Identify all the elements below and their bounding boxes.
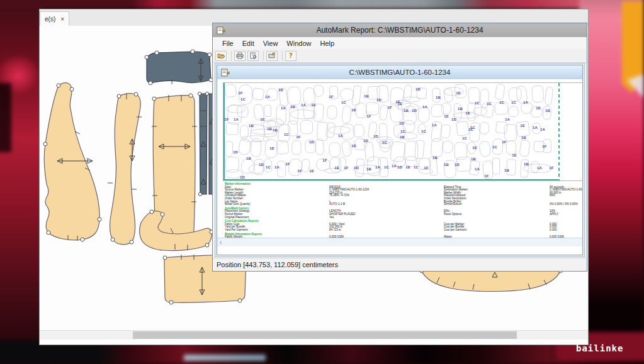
nest-piece-label: 1A bbox=[432, 123, 437, 127]
pattern-piece-dark-top[interactable] bbox=[145, 50, 213, 85]
nest-piece-label: 1F bbox=[238, 91, 242, 95]
nest-piece-label: 1A bbox=[523, 101, 528, 104]
pattern-piece-ellipse[interactable] bbox=[420, 269, 562, 292]
background-shadow bbox=[0, 83, 11, 152]
screenshot-stage: e(s) × bbox=[0, 0, 644, 364]
child-horizontal-scrollbar[interactable]: ‹ bbox=[217, 238, 582, 246]
menu-view[interactable]: View bbox=[259, 38, 283, 48]
report-field-value: 84.723 in bbox=[329, 229, 341, 232]
nest-piece-label: 1E bbox=[456, 91, 461, 95]
report-menu-bar: FileEditViewWindowHelp bbox=[213, 37, 587, 50]
nest-piece-label: 1F bbox=[484, 174, 489, 178]
nest-piece-label: 1F bbox=[344, 166, 348, 170]
tab-label: e(s) bbox=[45, 16, 55, 23]
nest-piece-label: 1B bbox=[471, 157, 476, 161]
nest-piece-label: 1B bbox=[404, 109, 409, 113]
nest-piece-label: 1E bbox=[309, 169, 314, 173]
report-field-label: Model Size Quantity: bbox=[225, 203, 251, 206]
pattern-piece-middle[interactable] bbox=[108, 92, 142, 245]
nest-piece-label: 1D bbox=[415, 87, 421, 91]
nest-piece-label: 1A bbox=[338, 134, 343, 138]
nest-piece-label: 1E bbox=[351, 108, 356, 112]
nest-piece-label: 1C bbox=[240, 97, 246, 101]
marker-nest-view[interactable]: 1F1D1A1C1F1C1B1D1A1B1A1E1F1E1E1F1A1E1F1B… bbox=[223, 82, 582, 181]
nest-piece-label: 1B bbox=[267, 127, 272, 131]
pattern-piece-left[interactable] bbox=[43, 83, 101, 241]
child-window-icon bbox=[221, 69, 230, 77]
document-tab[interactable]: e(s) × bbox=[40, 11, 69, 26]
print-preview-icon[interactable] bbox=[247, 51, 259, 61]
toolbar-separator bbox=[229, 51, 232, 61]
tab-close-icon[interactable]: × bbox=[60, 16, 64, 23]
pattern-piece-strip-1[interactable] bbox=[198, 92, 208, 196]
nest-piece-label: 1B bbox=[249, 124, 254, 128]
child-window-title: C:\WBSTIMG\AUTO-1-60-1234 bbox=[217, 69, 582, 76]
nest-piece-label: 1F bbox=[297, 169, 302, 173]
nest-piece-label: 1F bbox=[329, 95, 333, 99]
nest-piece-label: 1C bbox=[468, 128, 473, 131]
nest-piece-label: 1D bbox=[412, 109, 417, 113]
nest-piece-label: 1A bbox=[375, 165, 380, 169]
nest-piece-label: 1A bbox=[533, 126, 538, 130]
nest-piece-label: 1E bbox=[405, 165, 410, 169]
nest-piece-label: 1D bbox=[354, 166, 359, 170]
nest-piece-label: 1F bbox=[366, 114, 371, 118]
toolbar-separator bbox=[280, 51, 283, 61]
nest-piece-label: 1A bbox=[540, 128, 545, 131]
nest-piece-label: 1C bbox=[511, 101, 516, 104]
nest-piece-label: 1B bbox=[364, 94, 369, 98]
report-field-label: Original Placement: bbox=[225, 216, 249, 219]
nest-piece-label: 1E bbox=[269, 146, 274, 150]
menu-file[interactable]: File bbox=[218, 38, 238, 48]
nest-piece-label: 1B bbox=[273, 128, 278, 132]
nest-piece-label: 1E bbox=[520, 124, 525, 128]
marker-child-window: C:\WBSTIMG\AUTO-1-60-1234 1F1D1A1C1F1C1B… bbox=[217, 65, 583, 255]
report-field-label: Yard Per Garment: bbox=[225, 229, 248, 232]
nest-piece-label: 1C bbox=[284, 133, 289, 136]
report-field-value: 0% 0.00% / 0% 0.00% bbox=[550, 203, 578, 206]
nest-piece-label: 1C bbox=[492, 145, 497, 149]
nest-piece-label: 1F bbox=[296, 135, 300, 139]
open-icon[interactable] bbox=[215, 51, 227, 61]
nest-piece-label: 1F bbox=[549, 166, 553, 170]
nest-piece-label: 1E bbox=[512, 153, 517, 157]
report-row: Yard Per Garment:84.723 inCost per Garme… bbox=[217, 229, 582, 232]
canvas-horizontal-scrollbar[interactable] bbox=[40, 330, 588, 339]
nest-piece-label: 1F bbox=[224, 118, 229, 121]
nest-piece-label: 1A bbox=[301, 103, 306, 107]
nest-piece-label: 1B bbox=[366, 167, 371, 171]
nest-piece-label: 1A bbox=[505, 118, 510, 121]
menu-items: FileEditViewWindowHelp bbox=[218, 38, 339, 48]
menu-help[interactable]: Help bbox=[315, 38, 339, 48]
nest-piece-label: 1F bbox=[285, 162, 290, 166]
report-toolbar: ? bbox=[213, 49, 587, 63]
nest-piece-label: 1B bbox=[400, 135, 405, 139]
help-icon[interactable]: ? bbox=[285, 51, 297, 61]
nest-piece-label: 1E bbox=[444, 114, 449, 118]
nest-piece-label: 1D bbox=[351, 144, 356, 148]
mdi-client-area: C:\WBSTIMG\AUTO-1-60-1234 1F1D1A1C1F1C1B… bbox=[215, 63, 585, 257]
toolbar-separator bbox=[261, 51, 264, 61]
pattern-piece-right-panel[interactable] bbox=[152, 94, 197, 250]
nest-piece-label: 1D bbox=[376, 98, 381, 102]
export-icon[interactable] bbox=[266, 51, 278, 61]
nest-piece-label: 1D bbox=[399, 121, 404, 125]
nest-piece-label: 1A bbox=[234, 118, 239, 121]
report-field-value: AUTO-1-1-B bbox=[329, 203, 345, 206]
nest-piece-label: 1D bbox=[259, 163, 264, 167]
menu-edit[interactable]: Edit bbox=[238, 38, 259, 48]
nest-piece-label: 1E bbox=[334, 166, 339, 170]
svg-text:?: ? bbox=[289, 52, 293, 59]
nest-piece-label: 1D bbox=[233, 150, 238, 154]
canvas-scrollbar-thumb[interactable] bbox=[133, 331, 517, 339]
nest-piece-labels: 1F1D1A1C1F1C1B1D1A1B1A1E1F1E1E1F1A1E1F1B… bbox=[223, 83, 582, 180]
print-icon[interactable] bbox=[234, 51, 246, 61]
nest-piece-label: 1B bbox=[246, 157, 251, 160]
nest-piece-label: 1A bbox=[274, 165, 280, 169]
nest-piece-label: 1B bbox=[444, 163, 449, 167]
menu-window[interactable]: Window bbox=[282, 38, 315, 48]
scroll-left-icon[interactable]: ‹ bbox=[220, 240, 222, 246]
watermark-text: bailinke bbox=[576, 343, 623, 353]
child-title-bar[interactable]: C:\WBSTIMG\AUTO-1-60-1234 bbox=[217, 65, 582, 80]
report-title-bar[interactable]: AutoMark Report: C:\WBSTIMG\AUTO-1-60-12… bbox=[213, 23, 587, 37]
